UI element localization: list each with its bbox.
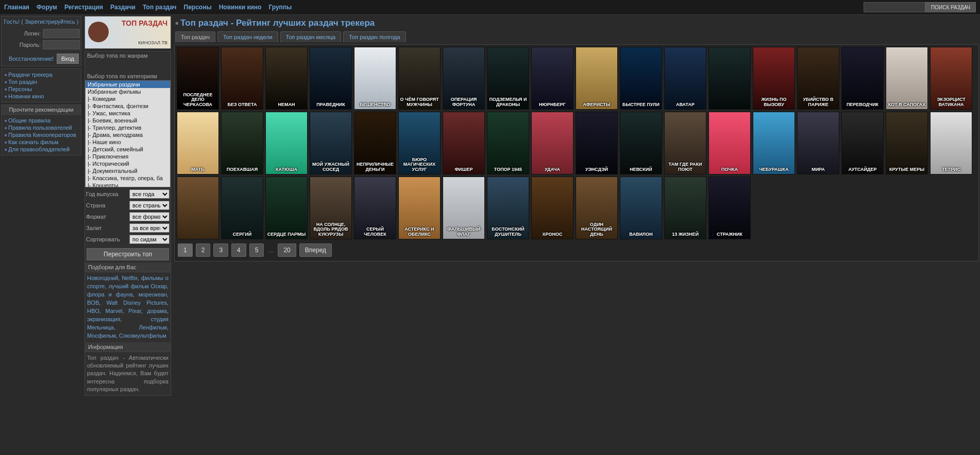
poster[interactable] [177,177,219,239]
poster[interactable]: ПОДЗЕМЕЛЬЯ И ДРАКОНЫ [487,47,529,110]
tab[interactable]: Топ раздач [175,31,215,42]
poster[interactable]: ЭКЗОРЦИСТ ВАТИКАНА [930,47,972,110]
collection-tag[interactable]: Walt Disney Pictures [107,300,167,306]
recommendation-link[interactable]: Правила пользователей [8,125,72,131]
page-number[interactable]: 1 [178,243,193,257]
collection-tag[interactable]: Marvel [106,308,123,314]
poster[interactable]: МАТЬ [177,112,219,174]
poster[interactable]: КРУТЫЕ МЕРЫ [886,112,928,174]
poster[interactable]: НЮРНБЕРГ [531,47,573,110]
recommendation-link[interactable]: Как скачать фильм [8,139,58,145]
nav-link[interactable]: Группы [268,4,292,11]
collection-tag[interactable]: Pixar [128,308,141,314]
category-option[interactable]: |- Наше кино [86,138,170,146]
recommendation-link[interactable]: Правила Кинооператоров [8,132,76,138]
page-number[interactable]: 4 [231,243,246,257]
category-option[interactable]: |- Классика, театр, опера, ба [86,174,170,182]
nav-link[interactable]: Главная [4,4,29,11]
sidenav-link[interactable]: Новинки кино [8,93,44,99]
poster[interactable]: ТОПОР 1945 [487,112,529,174]
year-select[interactable]: все года [129,189,170,199]
tab[interactable]: Топ раздач полгода [343,31,405,42]
category-option[interactable]: |- Концерты [86,182,170,187]
page-number[interactable]: 2 [196,243,211,257]
category-option[interactable]: |- Комедии [86,95,170,102]
restore-password-link[interactable]: Восстановление! [9,56,54,62]
sidenav-link[interactable]: Персоны [8,86,32,92]
login-button[interactable]: Вход [57,54,79,64]
recommendation-link[interactable]: Для правообладателей [8,146,70,152]
poster[interactable]: ПЕРЕВОДЧИК [841,47,884,110]
collection-tag[interactable]: HBO [87,308,99,314]
rebuild-button[interactable]: Перестроить топ [87,248,169,260]
poster[interactable]: 13 ЖИЗНЕЙ [664,177,706,239]
category-option[interactable]: Избранные раздачи [86,81,170,88]
nav-link[interactable]: Персоны [184,4,212,11]
poster[interactable]: ПОЧКА [708,112,751,174]
recommendation-link[interactable]: Общие правила [8,117,50,124]
category-listbox[interactable]: Избранные раздачиИзбранные фильмы|- Коме… [85,80,171,187]
poster[interactable]: МИРА [797,112,839,174]
poster[interactable]: КОТ В САПОГАХ [886,47,928,110]
poster[interactable]: ВАВИЛОН [620,177,662,239]
search-button[interactable]: ПОИСК РАЗДАЧ [925,2,976,12]
poster[interactable]: ЖИЗНЬ ПО ВЫЗОВУ [753,47,795,110]
collection-tag[interactable]: Мосфильм [87,332,116,339]
upload-select[interactable]: за все время [129,223,170,233]
category-option[interactable]: |- Документальный [86,167,170,174]
category-option[interactable]: |- Приключения [86,153,170,160]
poster[interactable]: ОДИН НАСТОЯЩИЙ ДЕНЬ [576,177,618,239]
poster[interactable]: ТАМ ГДЕ РАКИ ПОЮТ [664,112,706,174]
poster[interactable]: ФАЛЬШИВЫЙ ФЛАГ [443,177,485,239]
category-option[interactable]: |- Детский, семейный [86,146,170,153]
collection-tag[interactable]: лучший фильм Оскар [109,283,167,289]
collection-tag[interactable]: Ленфильм [139,324,167,330]
nav-link[interactable]: Топ раздач [143,4,177,11]
poster[interactable]: БЕЗ ОТВЕТА [221,47,263,110]
collection-tag[interactable]: дорама [147,308,166,314]
page-number[interactable]: 5 [249,243,264,257]
tab[interactable]: Топ раздач недели [217,31,278,42]
category-option[interactable]: |- Триллер, детектив [86,124,170,131]
page-number[interactable]: 3 [213,243,228,257]
poster[interactable]: ПРАВЕДНИК [310,47,352,110]
poster[interactable]: СЕРЫЙ ЧЕЛОВЕК [354,177,396,239]
password-input[interactable] [43,40,80,49]
page-next[interactable]: Вперед [299,243,332,257]
tab[interactable]: Топ раздач месяца [280,31,342,42]
search-input[interactable] [864,2,925,12]
poster[interactable]: БЫСТРЕЕ ПУЛИ [620,47,662,110]
poster[interactable]: СЕРГИЙ [221,177,263,239]
category-option[interactable]: |- Боевик, военный [86,117,170,124]
poster[interactable]: О ЧЁМ ГОВОРЯТ МУЖЧИНЫ [398,47,441,110]
poster[interactable]: БЮРО МАГИЧЕСКИХ УСЛУГ [398,112,441,174]
poster[interactable]: МОЙ УЖАСНЫЙ СОСЕД [310,112,352,174]
poster[interactable]: АСТЕРИКС И ОБЕЛИКС [398,177,441,239]
page-number[interactable]: 20 [278,243,296,257]
poster[interactable]: УЭНСДЭЙ [576,112,618,174]
category-option[interactable]: |- Ужас, мистика [86,110,170,117]
poster[interactable]: ПОЕХАВШАЯ [221,112,263,174]
poster[interactable]: ОПЕРАЦИЯ ФОРТУНА [443,47,485,110]
category-option[interactable]: |- Драма, мелодрама [86,131,170,138]
nav-link[interactable]: Регистрация [64,4,103,11]
category-option[interactable]: |- Исторический [86,160,170,167]
poster[interactable]: НЕМАН [265,47,308,110]
login-input[interactable] [43,29,80,38]
poster[interactable]: СЕРДЦЕ ПАРМЫ [265,177,308,239]
poster[interactable]: ТЕТРИС [930,112,972,174]
poster[interactable]: ФИШЕР [443,112,485,174]
poster[interactable]: АУТСАЙДЕР [841,112,884,174]
poster[interactable]: АФЕРИСТЫ [576,47,618,110]
sort-select[interactable]: по сидам [129,235,170,244]
poster[interactable]: БЕШЕНСТВО [354,47,396,110]
sidenav-link[interactable]: Топ раздач [8,79,37,85]
poster[interactable] [708,47,751,110]
poster[interactable]: КАТЮША [265,112,308,174]
poster[interactable]: АВАТАР [664,47,706,110]
country-select[interactable]: все страны [129,201,170,210]
collection-tag[interactable]: Союзмультфильм [119,332,166,339]
collection-tag[interactable]: мореокеан [139,291,167,297]
nav-link[interactable]: Форум [37,4,57,11]
format-select[interactable]: все форматы [129,212,170,221]
